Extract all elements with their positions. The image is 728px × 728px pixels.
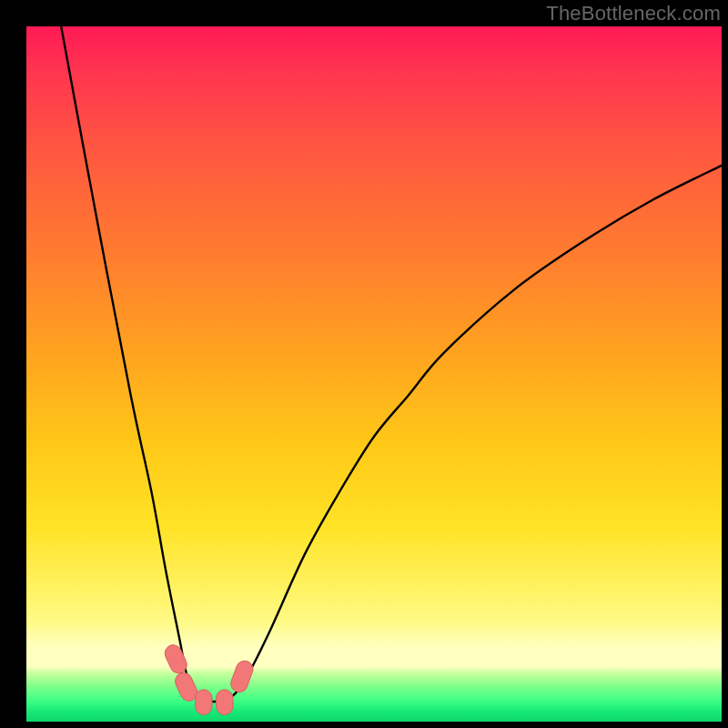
trough-marker xyxy=(228,659,255,694)
plot-area xyxy=(26,26,722,722)
curve-layer xyxy=(26,26,722,722)
chart-stage: TheBottleneck.com xyxy=(0,0,728,728)
bottleneck-curve xyxy=(61,26,722,702)
watermark-text: TheBottleneck.com xyxy=(546,2,721,25)
trough-marker xyxy=(196,690,212,715)
trough-markers xyxy=(162,642,255,715)
trough-marker xyxy=(217,690,233,715)
